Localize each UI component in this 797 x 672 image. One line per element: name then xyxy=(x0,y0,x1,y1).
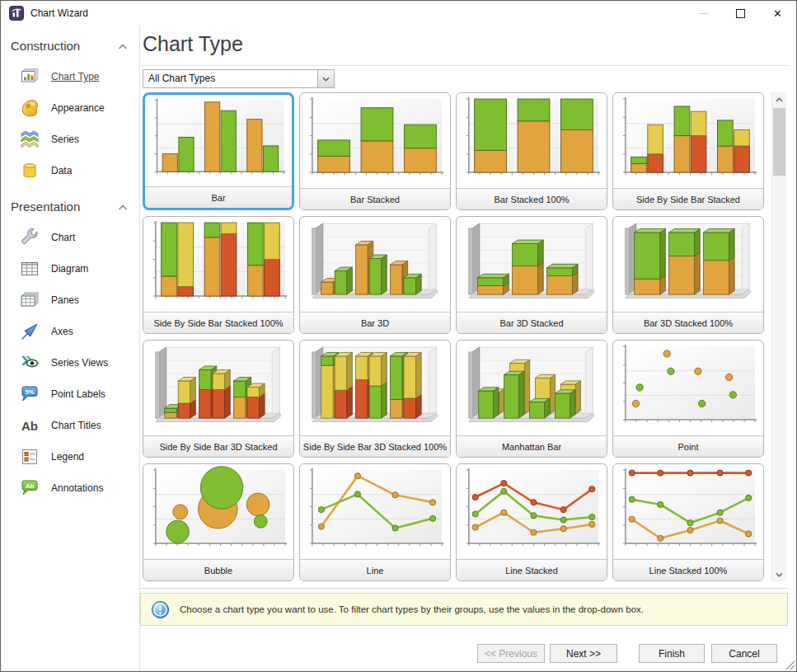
gallery-scrollbar[interactable] xyxy=(771,92,786,581)
tile-footer: Line Stacked 100% xyxy=(613,559,763,580)
maximize-icon xyxy=(736,9,745,18)
info-icon xyxy=(151,600,170,619)
palette-icon xyxy=(19,97,40,119)
sidebar-item-diagram[interactable]: Diagram xyxy=(1,253,139,284)
chart-type-tile-bar-stacked-100[interactable]: Bar Stacked 100% xyxy=(456,92,607,210)
sidebar-item-axes[interactable]: Axes xyxy=(1,316,139,347)
chart-type-tile-line[interactable]: Line xyxy=(299,463,451,581)
tile-label: Line Stacked xyxy=(505,566,558,576)
chart-type-tile-bar-stacked[interactable]: Bar Stacked xyxy=(299,92,451,210)
sidebar-item-point-labels[interactable]: 5%Point Labels xyxy=(1,378,139,410)
sidebar-item-label: Point Labels xyxy=(51,388,105,400)
tile-label: Line Stacked 100% xyxy=(649,566,728,576)
bar-thumbnail xyxy=(145,95,292,186)
sidebar-item-legend[interactable]: Legend xyxy=(1,441,139,472)
tile-footer: Line xyxy=(300,559,450,580)
sidebar-item-annotations[interactable]: AbAnnotations xyxy=(1,472,139,504)
resize-grip[interactable] xyxy=(783,658,795,670)
tile-footer: Bar 3D Stacked 100% xyxy=(613,312,763,333)
wrench-icon xyxy=(19,227,40,248)
chart-type-tile-point[interactable]: Point xyxy=(612,340,764,458)
sidebar-item-label: Legend xyxy=(51,451,84,463)
maximize-button[interactable] xyxy=(722,1,759,26)
next-button[interactable]: Next >> xyxy=(550,644,617,663)
section-header-construction[interactable]: Construction xyxy=(1,26,139,61)
bar-3d-thumbnail xyxy=(300,217,450,312)
sidebar-item-label: Diagram xyxy=(51,263,88,275)
chart-type-tile-manhattan-bar[interactable]: Manhattan Bar xyxy=(456,340,607,458)
tile-footer: Side By Side Bar 3D Stacked xyxy=(143,435,293,457)
sidebar-item-chart-type[interactable]: Chart Type xyxy=(1,61,139,92)
tile-footer: Bar 3D xyxy=(300,312,450,333)
tile-label: Bar 3D Stacked xyxy=(499,318,563,328)
tile-label: Manhattan Bar xyxy=(502,442,561,452)
side-by-side-bar-3d-stacked-thumbnail xyxy=(143,341,293,435)
panes-icon xyxy=(19,289,40,311)
arrow-icon xyxy=(19,321,40,342)
sidebar-item-label: Series Views xyxy=(51,357,108,369)
tile-label: Point xyxy=(677,442,698,452)
chart-type-tile-bar-3d[interactable]: Bar 3D xyxy=(299,216,451,334)
scrollbar-up-button[interactable] xyxy=(772,92,786,106)
finish-button[interactable]: Finish xyxy=(639,644,705,663)
tile-footer: Line Stacked xyxy=(457,559,607,580)
tile-label: Bar 3D Stacked 100% xyxy=(644,318,733,328)
chart-type-tile-side-by-side-bar-stacked-100[interactable]: Side By Side Bar Stacked 100% xyxy=(143,216,294,334)
chart-type-tile-bubble[interactable]: Bubble xyxy=(143,463,294,581)
legend-icon xyxy=(19,446,40,468)
previous-button[interactable]: << Previous xyxy=(477,644,545,663)
sidebar-item-series-views[interactable]: Series Views xyxy=(1,347,139,378)
chevron-down-icon xyxy=(322,77,330,82)
line-stacked-thumbnail xyxy=(457,464,607,559)
sidebar-item-label: Series xyxy=(51,134,79,145)
sidebar-item-label: Chart xyxy=(51,232,75,243)
bar-chart-icon xyxy=(19,66,40,87)
section-title: Presentation xyxy=(11,200,80,214)
chart-type-tile-bar[interactable]: Bar xyxy=(143,92,294,210)
tile-footer: Bar xyxy=(145,186,292,208)
chart-type-tile-bar-3d-stacked[interactable]: Bar 3D Stacked xyxy=(456,216,607,334)
minimize-button[interactable] xyxy=(685,1,722,26)
scrollbar-down-button[interactable] xyxy=(772,567,786,581)
series-views-eye-icon xyxy=(19,352,40,374)
chart-type-tile-side-by-side-bar-stacked[interactable]: Side By Side Bar Stacked xyxy=(612,92,764,210)
dropdown-value: All Chart Types xyxy=(143,70,317,87)
bar-stacked-thumbnail xyxy=(300,93,450,188)
svg-text:Ab: Ab xyxy=(21,419,38,433)
header-divider xyxy=(140,65,788,66)
sidebar-item-series[interactable]: Series xyxy=(1,124,139,155)
series-waves-icon xyxy=(19,129,40,150)
sidebar-item-data[interactable]: Data xyxy=(1,155,139,186)
svg-text:5%: 5% xyxy=(26,388,35,396)
chart-type-tile-bar-3d-stacked-100[interactable]: Bar 3D Stacked 100% xyxy=(612,216,764,334)
scrollbar-thumb[interactable] xyxy=(773,108,785,176)
tile-label: Bar xyxy=(211,193,225,203)
database-icon xyxy=(19,160,40,181)
ab-bubble-icon: Ab xyxy=(19,477,40,499)
chart-type-tile-side-by-side-bar-3d-stacked[interactable]: Side By Side Bar 3D Stacked xyxy=(143,340,294,458)
line-thumbnail xyxy=(300,464,450,559)
sidebar-item-label: Data xyxy=(51,165,72,176)
chart-type-filter-dropdown[interactable]: All Chart Types xyxy=(143,69,335,88)
bar-3d-stacked-thumbnail xyxy=(457,217,607,312)
chart-type-tile-side-by-side-bar-3d-stacked-100[interactable]: Side By Side Bar 3D Stacked 100% xyxy=(299,340,451,458)
dropdown-arrow-button[interactable] xyxy=(317,70,334,87)
close-icon: ✕ xyxy=(773,8,782,19)
info-text: Choose a chart type you want to use. To … xyxy=(180,604,644,614)
info-separator xyxy=(140,588,788,589)
tile-footer: Side By Side Bar Stacked xyxy=(613,188,763,209)
tile-label: Bar Stacked xyxy=(350,195,400,204)
sidebar-item-panes[interactable]: Panes xyxy=(1,284,139,316)
close-button[interactable]: ✕ xyxy=(759,1,796,26)
sidebar-item-chart-titles[interactable]: AbChart Titles xyxy=(1,410,139,441)
chart-type-tile-line-stacked-100[interactable]: Line Stacked 100% xyxy=(612,463,764,581)
cancel-button[interactable]: Cancel xyxy=(711,644,777,663)
table-grid-icon xyxy=(19,258,40,280)
tile-label: Bar Stacked 100% xyxy=(494,195,569,204)
chart-type-tile-line-stacked[interactable]: Line Stacked xyxy=(456,463,607,581)
bar-3d-stacked-100-thumbnail xyxy=(613,217,763,312)
section-header-presentation[interactable]: Presentation xyxy=(1,186,139,222)
sidebar-item-appearance[interactable]: Appearance xyxy=(1,92,139,124)
sidebar-item-chart[interactable]: Chart xyxy=(1,222,139,253)
main-panel: Chart Type All Chart Types BarBar Stacke… xyxy=(140,26,796,671)
